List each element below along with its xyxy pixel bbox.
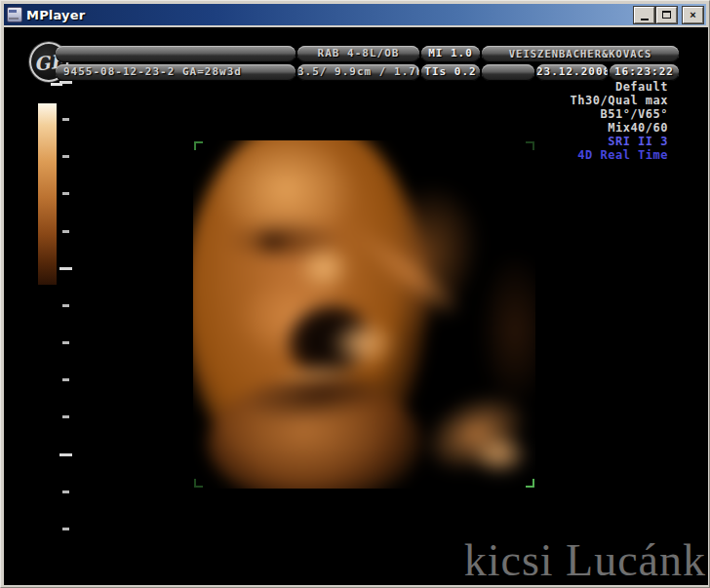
depth-tick: [62, 378, 69, 381]
depth-tick: [62, 490, 69, 493]
roi-corner-bottom-right: [526, 479, 534, 488]
minimize-icon: [641, 19, 649, 20]
minimize-button[interactable]: [634, 7, 654, 23]
roi-corner-top-right: [526, 141, 534, 150]
depth-tick: [62, 341, 69, 344]
maximize-button[interactable]: [656, 7, 677, 23]
ultrasound-render: [193, 140, 535, 489]
depth-tick: [62, 528, 69, 530]
fetus-image: [193, 140, 535, 489]
title-bar[interactable]: MPlayer ×: [4, 4, 706, 25]
mplayer-icon[interactable]: [7, 7, 22, 22]
mplayer-window: MPlayer × GE RAB 4-8L/OB MI 1.0 VEISZENB…: [0, 0, 710, 588]
depth-tick: [62, 415, 69, 418]
depth-tick: [62, 118, 69, 121]
window-title: MPlayer: [26, 8, 85, 22]
depth-tick: [62, 192, 69, 195]
depth-tick: [59, 81, 72, 84]
video-area: GE RAB 4-8L/OB MI 1.0 VEISZENBACHER&KOVA…: [4, 27, 708, 585]
maximize-icon: [662, 11, 671, 19]
roi-corner-bottom-left: [194, 479, 203, 488]
depth-tick: [59, 267, 72, 270]
depth-tick: [62, 155, 69, 158]
roi-corner-top-left: [194, 141, 203, 150]
watermark-caption: kicsi Lucánk: [464, 538, 706, 583]
window-controls: ×: [634, 7, 703, 23]
depth-tick: [59, 453, 72, 456]
depth-tick: [62, 304, 69, 307]
close-button[interactable]: ×: [683, 7, 703, 23]
depth-tick: [62, 230, 69, 233]
